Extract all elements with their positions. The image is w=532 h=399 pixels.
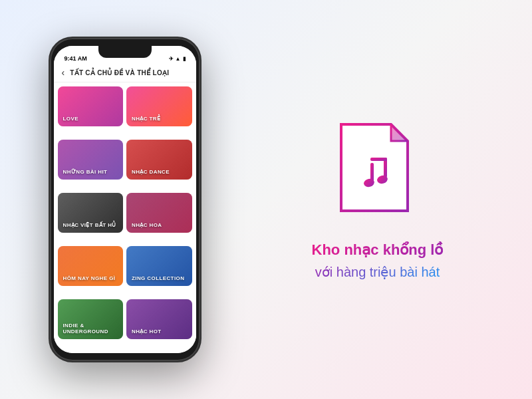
phone-screen: 9:41 AM ✈ ▲ ▮ ‹ TẤT CẢ CHỦ ĐỀ VÀ THỂ LOẠ… — [54, 46, 196, 353]
back-button[interactable]: ‹ — [62, 67, 65, 78]
tagline: Kho nhạc khổng lồ với hàng triệu bài hát — [312, 240, 444, 282]
grid-item-nhac-viet[interactable]: NHẠC VIỆT BẤT HỦ — [58, 193, 124, 233]
grid-item-nhung-bai-hit[interactable]: NHỮNG BÀI HIT — [58, 140, 124, 180]
grid-label-indie: INDIE & UNDERGROUND — [63, 323, 118, 335]
grid-item-love[interactable]: LOVE — [58, 86, 124, 126]
grid-item-hom-nay[interactable]: HÔM NAY NGHE GÌ — [58, 246, 124, 286]
status-time: 9:41 AM — [65, 55, 87, 62]
phone-mockup: 9:41 AM ✈ ▲ ▮ ‹ TẤT CẢ CHỦ ĐỀ VÀ THỂ LOẠ… — [49, 37, 201, 362]
wifi-icon: ▲ — [176, 56, 181, 62]
phone-frame: 9:41 AM ✈ ▲ ▮ ‹ TẤT CẢ CHỦ ĐỀ VÀ THỂ LOẠ… — [49, 37, 201, 362]
phone-notch — [98, 45, 152, 58]
grid-label-nhac-dance: NHẠC DANCE — [132, 169, 170, 176]
scene: 9:41 AM ✈ ▲ ▮ ‹ TẤT CẢ CHỦ ĐỀ VÀ THỂ LOẠ… — [0, 0, 532, 399]
status-icons: ✈ ▲ ▮ — [169, 56, 186, 62]
svg-rect-1 — [370, 163, 374, 182]
tagline-line2: với hàng triệu bài hát — [312, 263, 444, 281]
grid-label-hom-nay: HÔM NAY NGHE GÌ — [63, 275, 116, 282]
grid-label-nhac-hoa: NHẠC HOA — [132, 222, 162, 229]
grid-item-nhac-hoa[interactable]: NHẠC HOA — [126, 193, 192, 233]
grid-item-nhac-tre[interactable]: NHẠC TRẺ — [126, 86, 192, 126]
tagline-line1: Kho nhạc khổng lồ — [312, 240, 444, 261]
grid-label-zing: ZING COLLECTION — [132, 275, 184, 282]
svg-rect-2 — [370, 158, 387, 161]
grid-label-nhac-hot: NHẠC HOT — [132, 329, 162, 335]
app-header: ‹ TẤT CẢ CHỦ ĐỀ VÀ THỂ LOẠI — [54, 63, 196, 82]
grid-item-nhac-dance[interactable]: NHẠC DANCE — [126, 140, 192, 180]
music-document-icon — [331, 118, 424, 224]
airplane-icon: ✈ — [169, 56, 174, 62]
grid-label-nhac-tre: NHẠC TRẺ — [132, 116, 160, 122]
grid-item-zing[interactable]: ZING COLLECTION — [126, 246, 192, 286]
grid-label-nhac-viet: NHẠC VIỆT BẤT HỦ — [63, 222, 116, 229]
grid-label-love: LOVE — [63, 116, 78, 122]
grid-label-nhung-bai-hit: NHỮNG BÀI HIT — [63, 169, 108, 176]
battery-icon: ▮ — [183, 56, 186, 62]
genre-grid: LOVE NHẠC TRẺ NHỮNG BÀI HIT — [54, 82, 196, 353]
page-title: TẤT CẢ CHỦ ĐỀ VÀ THỂ LOẠI — [70, 69, 169, 76]
right-panel: Kho nhạc khổng lồ với hàng triệu bài hát — [271, 118, 484, 282]
grid-item-nhac-hot[interactable]: NHẠC HOT — [126, 299, 192, 339]
grid-item-indie[interactable]: INDIE & UNDERGROUND — [58, 299, 124, 339]
